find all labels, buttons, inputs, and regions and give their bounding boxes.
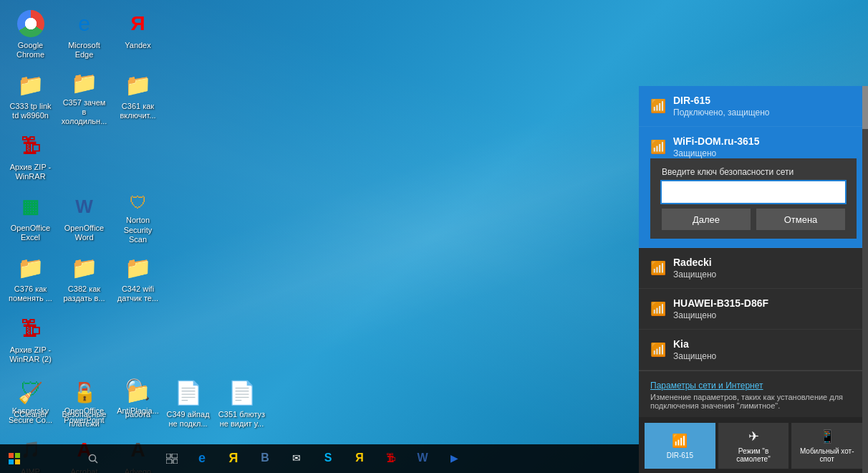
svg-rect-1 bbox=[15, 453, 20, 458]
start-button[interactable] bbox=[0, 444, 29, 473]
icon-label-c351: C351 блютуз не видит у... bbox=[218, 410, 266, 429]
icon-label-c342: C342 wifi датчик те... bbox=[114, 285, 162, 303]
icon-c361[interactable]: 📁 C361 как включит... bbox=[111, 64, 165, 125]
taskbar-vk-icon: В bbox=[261, 452, 269, 464]
icon-oo-excel[interactable]: ▦ OpenOffice Excel bbox=[4, 186, 57, 247]
qa-airplane-label: Режим "в самолете" bbox=[721, 447, 786, 463]
taskbar-skype[interactable]: S bbox=[312, 444, 344, 473]
next-button[interactable]: Далее bbox=[662, 209, 751, 230]
icon-label-c357: C357 зачем в холодильн... bbox=[60, 98, 108, 127]
desktop: Google Chrome e Microsoft Edge Я Yandex … bbox=[0, 0, 868, 473]
icon-label-safe: Безопасные платежи bbox=[60, 410, 108, 429]
wifi-network-kia[interactable]: 📶 Kia Защищено bbox=[639, 330, 868, 371]
taskbar-word[interactable]: W bbox=[407, 444, 438, 473]
icon-archive-zip2[interactable]: 🗜 Архив ZIP - WinRAR (2) bbox=[4, 308, 57, 369]
icon-label-chrome: Google Chrome bbox=[6, 41, 54, 59]
icon-microsoft-edge[interactable]: e Microsoft Edge bbox=[57, 4, 111, 64]
taskbar-winrar-icon: 🗜 bbox=[386, 452, 396, 464]
icon-label-work: работа bbox=[125, 410, 150, 419]
wifi-panel: 📶 DIR-615 Подключено, защищено 📶 WiFi-DO… bbox=[639, 86, 868, 473]
icon-c357[interactable]: 📁 C357 зачем в холодильн... bbox=[57, 64, 111, 125]
wifi-network-wifidom[interactable]: 📶 WiFi-DOM.ru-3615 Защищено Введите ключ… bbox=[639, 127, 868, 248]
icon-safe[interactable]: 🔒 Безопасные платежи bbox=[57, 373, 111, 431]
cancel-button[interactable]: Отмена bbox=[756, 209, 845, 230]
icon-oo-word[interactable]: W OpenOffice Word bbox=[57, 186, 111, 247]
taskview-button[interactable] bbox=[158, 444, 186, 473]
wifi-network-dir615[interactable]: 📶 DIR-615 Подключено, защищено bbox=[639, 86, 868, 127]
icon-label-yandex: Yandex bbox=[125, 41, 151, 50]
wifi-signal-icon-huawei: 📶 bbox=[650, 301, 666, 317]
wifi-network-huawei[interactable]: 📶 HUAWEI-B315-D86F Защищено bbox=[639, 289, 868, 330]
desktop-bottom-icons: 🧹 CCleaner 🔒 Безопасные платежи 📁 работа bbox=[4, 373, 165, 431]
icon-label-oo-word: OpenOffice Word bbox=[60, 224, 108, 242]
network-settings-link[interactable]: Параметры сети и Интернет bbox=[650, 381, 763, 391]
search-taskbar-icon bbox=[88, 454, 98, 464]
wifi-status-dir615: Подключено, защищено bbox=[673, 108, 770, 118]
svg-rect-2 bbox=[9, 459, 14, 464]
icon-yandex[interactable]: Я Yandex bbox=[111, 4, 165, 64]
taskview-icon bbox=[166, 454, 178, 464]
icon-label-c382: C382 как раздать в... bbox=[60, 285, 108, 303]
search-bar[interactable] bbox=[29, 444, 158, 473]
wifi-status-radecki: Защищено bbox=[673, 269, 716, 280]
wifi-scrollbar[interactable] bbox=[862, 86, 868, 473]
taskbar-yandex2[interactable]: Я bbox=[344, 444, 375, 473]
icon-c376[interactable]: 📁 C376 как поменять ... bbox=[4, 247, 57, 308]
svg-rect-6 bbox=[166, 454, 170, 458]
wifi-status-huawei: Защищено bbox=[673, 310, 768, 320]
security-key-section: Введите ключ безопасности сети Далее Отм… bbox=[650, 158, 857, 239]
wifi-signal-icon-radecki: 📶 bbox=[650, 260, 666, 276]
desktop-doc-icons: 📄 C349 айпад не подкл... 📄 C351 блютуз н… bbox=[161, 373, 269, 431]
icon-archive-zip[interactable]: 🗜 Архив ZIP - WinRAR bbox=[4, 125, 57, 186]
taskbar-word-icon: W bbox=[417, 452, 428, 464]
taskbar-mediaplayer[interactable]: ▶ bbox=[438, 444, 470, 473]
icon-label-oo-excel: OpenOffice Excel bbox=[6, 224, 54, 242]
icon-google-chrome[interactable]: Google Chrome bbox=[4, 4, 57, 64]
qa-hotspot-icon: 📱 bbox=[819, 429, 835, 444]
icon-c382[interactable]: 📁 C382 как раздать в... bbox=[57, 247, 111, 308]
taskbar-yandex[interactable]: Я bbox=[218, 444, 249, 473]
taskbar-edge-icon: e bbox=[198, 451, 206, 466]
wifi-name-huawei: HUAWEI-B315-D86F bbox=[673, 297, 768, 309]
qa-airplane-icon: ✈ bbox=[748, 429, 759, 444]
qa-wifi[interactable]: 📶 DIR-615 bbox=[645, 423, 715, 469]
icon-c351[interactable]: 📄 C351 блютуз не видит у... bbox=[215, 373, 269, 431]
wifi-scroll-thumb bbox=[862, 86, 868, 129]
qa-hotspot-label: Мобильный хот-спот bbox=[794, 447, 859, 463]
security-key-buttons: Далее Отмена bbox=[662, 209, 845, 230]
icon-ccleaner[interactable]: 🧹 CCleaner bbox=[4, 373, 57, 431]
wifi-name-kia: Kia bbox=[673, 338, 716, 350]
wifi-network-radecki[interactable]: 📶 Radecki Защищено bbox=[639, 248, 868, 289]
security-key-input[interactable] bbox=[662, 181, 845, 203]
icon-c349[interactable]: 📄 C349 айпад не подкл... bbox=[161, 373, 215, 431]
taskbar-edge[interactable]: e bbox=[186, 444, 218, 473]
wifi-status-kia: Защищено bbox=[673, 351, 716, 361]
qa-hotspot[interactable]: 📱 Мобильный хот-спот bbox=[791, 423, 862, 469]
security-key-label: Введите ключ безопасности сети bbox=[662, 167, 845, 177]
taskbar-mail-icon: ✉ bbox=[292, 452, 301, 464]
wifi-signal-icon-dir615: 📶 bbox=[650, 98, 666, 114]
svg-point-4 bbox=[90, 455, 96, 462]
quick-actions: 📶 DIR-615 ✈ Режим "в самолете" 📱 Мобильн… bbox=[639, 417, 868, 473]
icon-label-c349: C349 айпад не подкл... bbox=[164, 410, 212, 429]
windows-icon bbox=[9, 453, 20, 464]
taskbar-mail[interactable]: ✉ bbox=[281, 444, 312, 473]
icon-norton[interactable]: 🛡 Norton Security Scan bbox=[111, 186, 165, 247]
svg-rect-8 bbox=[166, 459, 172, 464]
svg-line-5 bbox=[95, 461, 98, 464]
icon-label-zip2: Архив ZIP - WinRAR (2) bbox=[6, 345, 54, 364]
taskbar-winrar[interactable]: 🗜 bbox=[375, 444, 407, 473]
taskbar-mp-icon: ▶ bbox=[450, 452, 458, 464]
taskbar-yandex-icon: Я bbox=[229, 451, 238, 466]
icon-c333[interactable]: 📁 C333 tp link td w8960n bbox=[4, 64, 57, 125]
icon-c342[interactable]: 📁 C342 wifi датчик те... bbox=[111, 247, 165, 308]
qa-airplane[interactable]: ✈ Режим "в самолете" bbox=[718, 423, 789, 469]
icon-label-edge: Microsoft Edge bbox=[60, 41, 108, 59]
icon-label-c361: C361 как включит... bbox=[114, 102, 162, 120]
wifi-name-radecki: Radecki bbox=[673, 257, 716, 268]
wifi-name-wifidom: WiFi-DOM.ru-3615 bbox=[673, 135, 759, 147]
taskbar-vk[interactable]: В bbox=[249, 444, 281, 473]
icon-label-c333: C333 tp link td w8960n bbox=[6, 102, 54, 120]
icon-work[interactable]: 📁 работа bbox=[111, 373, 165, 431]
svg-rect-7 bbox=[172, 454, 178, 458]
